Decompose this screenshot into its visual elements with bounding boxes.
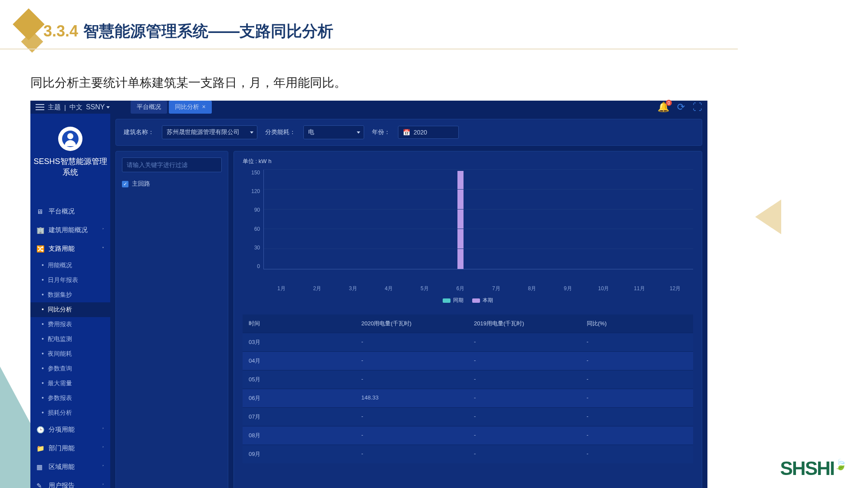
table-cell: -	[468, 370, 581, 389]
table-cell: -	[355, 426, 468, 445]
nav-item-label: 平台概况	[49, 207, 75, 216]
nav-item[interactable]: 🖥平台概况	[30, 202, 110, 221]
plot-area	[263, 170, 693, 269]
table-cell: -	[355, 445, 468, 463]
y-axis: 1501209060300	[243, 170, 263, 269]
main-content: 建筑名称： 苏州晟世能源管理有限公司 分类能耗： 电 年份： 📅 2020	[110, 114, 707, 488]
table-cell: -	[468, 333, 581, 351]
sub-nav-item[interactable]: 同比分析	[30, 302, 110, 317]
table-cell: 05月	[243, 370, 355, 389]
bar-group	[264, 170, 299, 269]
year-picker[interactable]: 📅 2020	[398, 126, 459, 139]
table-cell: 03月	[243, 333, 355, 351]
notification-badge: 0	[666, 100, 672, 106]
tree-panel: ✓ 主回路	[115, 151, 228, 488]
tree-node-root[interactable]: ✓ 主回路	[122, 180, 222, 188]
chevron-down-icon	[357, 131, 360, 134]
chevron-icon: ˃	[102, 465, 104, 469]
x-tick: 11月	[621, 285, 658, 292]
table-cell: -	[468, 352, 581, 370]
chevron-icon: ˃	[102, 483, 104, 488]
logo: SHSHI🍃	[780, 458, 846, 479]
nav-item-label: 支路用能	[49, 245, 75, 253]
filter-bar: 建筑名称： 苏州晟世能源管理有限公司 分类能耗： 电 年份： 📅 2020	[115, 119, 702, 146]
sub-nav-item[interactable]: 夜间能耗	[30, 347, 110, 361]
table-row: 04月---	[243, 351, 693, 370]
building-select[interactable]: 苏州晟世能源管理有限公司	[162, 125, 257, 139]
table-cell: -	[581, 389, 694, 407]
bar-group	[443, 170, 478, 269]
legend-swatch	[472, 298, 480, 303]
x-tick: 2月	[299, 285, 335, 292]
bar-group	[621, 170, 657, 269]
close-icon[interactable]: ×	[202, 103, 205, 110]
sub-nav-item[interactable]: 费用报表	[30, 317, 110, 332]
table-row: 03月---	[243, 333, 693, 351]
folder-icon: 📁	[36, 445, 44, 452]
table-cell: -	[355, 333, 468, 351]
legend-item[interactable]: 同期	[443, 297, 464, 304]
legend: 同期本期	[243, 297, 693, 304]
legend-item[interactable]: 本期	[472, 297, 493, 304]
app-window: 主题 | 中文 SSNY 平台概况 同比分析× 🔔0 ⟳ ⛶ SESHS智慧能源…	[30, 101, 707, 460]
table-cell: -	[581, 445, 694, 463]
nav-item[interactable]: ✎用户报告˃	[30, 476, 110, 488]
notification-bell-icon[interactable]: 🔔0	[658, 102, 669, 113]
calendar-icon: 📅	[403, 129, 410, 136]
chevron-icon: ˃	[102, 427, 104, 432]
table-cell: -	[581, 426, 694, 445]
nav-item[interactable]: 🏢建筑用能概况˃	[30, 221, 110, 239]
nav-item[interactable]: 🕒分项用能˃	[30, 420, 110, 439]
sub-nav-item[interactable]: 日月年报表	[30, 273, 110, 288]
menu-toggle-icon[interactable]	[36, 104, 44, 110]
tree-search-input[interactable]	[122, 157, 222, 172]
bar-group	[407, 170, 443, 269]
chevron-down-icon	[250, 131, 253, 134]
nav-item-label: 用户报告	[49, 481, 75, 488]
sub-nav-item[interactable]: 配电监测	[30, 332, 110, 347]
chart-panel: 单位 : kW h 1501209060300 1月2月3月4月5月6月7月8月…	[233, 151, 702, 488]
nav-item[interactable]: 📁部门用能˃	[30, 439, 110, 458]
theme-label[interactable]: 主题	[48, 103, 61, 111]
x-tick: 5月	[407, 285, 443, 292]
sub-nav-item[interactable]: 参数报表	[30, 391, 110, 406]
bar-group	[514, 170, 550, 269]
tab-yoy-analysis[interactable]: 同比分析×	[169, 101, 211, 114]
legend-swatch	[443, 298, 450, 303]
chart-unit-label: 单位 : kW h	[243, 157, 693, 165]
table-cell: 07月	[243, 408, 355, 426]
sub-nav-item[interactable]: 数据集抄	[30, 288, 110, 302]
monitor-icon: 🖥	[36, 208, 44, 216]
sub-nav-item[interactable]: 参数查询	[30, 361, 110, 376]
table-cell: 09月	[243, 445, 355, 463]
table-row: 06月148.33--	[243, 389, 693, 407]
avatar[interactable]	[58, 127, 82, 151]
bar-group	[299, 170, 335, 269]
table-row: 08月---	[243, 426, 693, 445]
tenant-value: SSNY	[86, 103, 105, 111]
category-select[interactable]: 电	[303, 125, 364, 139]
nav-item[interactable]: ▦区域用能˃	[30, 458, 110, 476]
nav-item[interactable]: 🔀支路用能˅	[30, 239, 110, 258]
chevron-icon: ˅	[102, 246, 104, 251]
bar-group	[658, 170, 693, 269]
sub-nav-item[interactable]: 最大需量	[30, 376, 110, 391]
x-tick: 10月	[586, 285, 622, 292]
tab-platform-overview[interactable]: 平台概况	[131, 101, 167, 114]
tree-node-label: 主回路	[132, 180, 150, 188]
chevron-icon: ˃	[102, 228, 104, 233]
table-cell: 148.33	[355, 389, 468, 407]
sub-nav-item[interactable]: 用能概况	[30, 258, 110, 273]
tenant-dropdown[interactable]: SSNY	[86, 103, 110, 111]
topbar: 主题 | 中文 SSNY 平台概况 同比分析× 🔔0 ⟳ ⛶	[30, 101, 707, 114]
sub-nav-item[interactable]: 损耗分析	[30, 406, 110, 420]
fullscreen-icon[interactable]: ⛶	[693, 102, 702, 113]
lang-label[interactable]: 中文	[69, 103, 82, 111]
bar[interactable]	[457, 171, 464, 269]
table-cell: -	[355, 370, 468, 389]
x-tick: 12月	[658, 285, 694, 292]
checkbox-icon[interactable]: ✓	[122, 181, 128, 187]
bar-group	[586, 170, 621, 269]
chevron-icon: ˃	[102, 446, 104, 451]
refresh-icon[interactable]: ⟳	[677, 102, 685, 113]
